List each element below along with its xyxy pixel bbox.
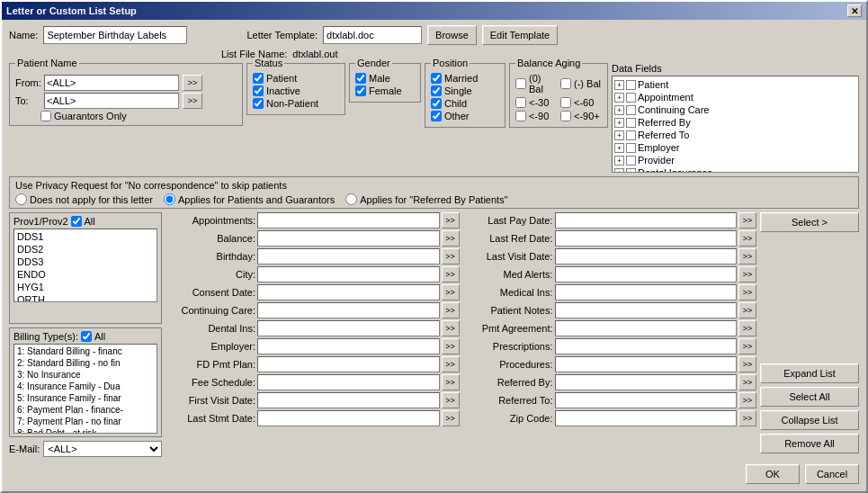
field-city-input[interactable] xyxy=(257,266,440,282)
chk-provider-icon[interactable] xyxy=(626,156,636,166)
prov-item-dds1[interactable]: DDS1 xyxy=(15,230,156,243)
billing-item-4[interactable]: 4: Insurance Family - Dua xyxy=(15,381,156,392)
field-fd-pmt-input[interactable] xyxy=(257,356,440,372)
field-fee-schedule-arrow[interactable]: >> xyxy=(442,374,460,390)
field-referred-by-input[interactable] xyxy=(555,374,738,390)
expand-referred-by-icon[interactable]: + xyxy=(614,118,624,128)
expand-employer-icon[interactable]: + xyxy=(614,143,624,153)
field-referred-by-arrow[interactable]: >> xyxy=(738,374,756,390)
close-button[interactable]: ✕ xyxy=(847,4,862,17)
field-balance-input[interactable] xyxy=(257,230,440,246)
tree-continuing-care[interactable]: +Continuing Care xyxy=(614,103,856,116)
billing-item-5[interactable]: 5: Insurance Family - finar xyxy=(15,392,156,404)
billing-all-checkbox[interactable] xyxy=(81,331,92,342)
balance-60-checkbox[interactable] xyxy=(560,97,571,108)
status-nonpatient-checkbox[interactable] xyxy=(253,98,264,109)
gender-male-checkbox[interactable] xyxy=(355,73,366,84)
field-first-visit-input[interactable] xyxy=(257,392,440,408)
field-appointments-input[interactable] xyxy=(257,212,440,229)
guarantors-checkbox[interactable] xyxy=(40,111,51,121)
privacy-option1-radio[interactable] xyxy=(15,193,27,205)
billing-item-8[interactable]: 8: Bad Debt - at risk xyxy=(15,427,156,434)
balance-neg-checkbox[interactable] xyxy=(560,78,571,89)
balance-90-checkbox[interactable] xyxy=(515,111,526,121)
position-single-checkbox[interactable] xyxy=(431,85,442,96)
chk-employer-icon[interactable] xyxy=(626,143,636,153)
field-fee-schedule-input[interactable] xyxy=(257,374,440,390)
expand-dental-ins-icon[interactable]: + xyxy=(614,168,624,174)
prov-item-dds2[interactable]: DDS2 xyxy=(15,243,156,255)
field-med-alerts-arrow[interactable]: >> xyxy=(738,266,756,282)
billing-item-7[interactable]: 7: Payment Plan - no finar xyxy=(15,416,156,427)
tree-referred-by[interactable]: +Referred By xyxy=(614,116,856,129)
billing-item-6[interactable]: 6: Payment Plan - finance- xyxy=(15,404,156,416)
chk-dental-ins-icon[interactable] xyxy=(626,168,636,174)
field-pmt-agreement-arrow[interactable]: >> xyxy=(738,320,756,336)
to-input[interactable] xyxy=(44,93,179,109)
cancel-button[interactable]: Cancel xyxy=(805,464,859,484)
field-employer-input[interactable] xyxy=(257,338,440,354)
prov-item-orth[interactable]: ORTH xyxy=(15,293,156,302)
status-patient-checkbox[interactable] xyxy=(253,73,264,84)
prov-item-hyg1[interactable]: HYG1 xyxy=(15,281,156,293)
field-appointments-arrow[interactable]: >> xyxy=(442,212,460,229)
field-zip-code-arrow[interactable]: >> xyxy=(738,410,756,426)
field-birthday-input[interactable] xyxy=(257,248,440,264)
field-last-visit-input[interactable] xyxy=(555,248,738,264)
browse-button[interactable]: Browse xyxy=(427,25,477,45)
field-birthday-arrow[interactable]: >> xyxy=(442,248,460,264)
field-balance-arrow[interactable]: >> xyxy=(442,230,460,246)
balance-0-checkbox[interactable] xyxy=(515,78,526,89)
letter-template-input[interactable] xyxy=(323,26,422,44)
tree-dental-ins[interactable]: +Dental Insurance xyxy=(614,166,856,173)
field-med-alerts-input[interactable] xyxy=(555,266,738,282)
to-arrow-button[interactable]: >> xyxy=(183,93,202,109)
tree-referred-to[interactable]: +Referred To xyxy=(614,129,856,141)
balance-30-checkbox[interactable] xyxy=(515,97,526,108)
field-continuing-care-input[interactable] xyxy=(257,302,440,318)
field-first-visit-arrow[interactable]: >> xyxy=(442,392,460,408)
field-last-pay-arrow[interactable]: >> xyxy=(738,212,756,229)
expand-referred-to-icon[interactable]: + xyxy=(614,130,624,140)
field-last-stmt-input[interactable] xyxy=(257,410,440,426)
privacy-option3-radio[interactable] xyxy=(345,193,357,205)
tree-appointment[interactable]: +Appointment xyxy=(614,91,856,103)
position-other-checkbox[interactable] xyxy=(431,111,442,121)
data-fields-tree[interactable]: +Patient +Appointment +Continuing Care +… xyxy=(612,76,859,173)
field-last-ref-arrow[interactable]: >> xyxy=(738,230,756,246)
field-medical-ins-arrow[interactable]: >> xyxy=(738,284,756,300)
billing-list[interactable]: 1: Standard Billing - financ 2: Standard… xyxy=(13,344,157,434)
prov-item-endo[interactable]: ENDO xyxy=(15,268,156,281)
position-child-checkbox[interactable] xyxy=(431,98,442,109)
name-input[interactable] xyxy=(43,26,187,44)
balance-90plus-checkbox[interactable] xyxy=(560,111,571,121)
billing-item-2[interactable]: 2: Standard Billing - no fin xyxy=(15,357,156,369)
tree-provider[interactable]: +Provider xyxy=(614,154,856,166)
prov-item-dds3[interactable]: DDS3 xyxy=(15,255,156,268)
field-medical-ins-input[interactable] xyxy=(555,284,738,300)
select-all-button[interactable]: Select All xyxy=(760,387,859,407)
field-prescriptions-arrow[interactable]: >> xyxy=(738,338,756,354)
expand-appointment-icon[interactable]: + xyxy=(614,93,624,103)
prov-all-checkbox[interactable] xyxy=(71,216,82,227)
chk-continuing-care-icon[interactable] xyxy=(626,105,636,115)
field-pmt-agreement-input[interactable] xyxy=(555,320,738,336)
prov-list[interactable]: DDS1 DDS2 DDS3 ENDO HYG1 ORTH PEDO PERI xyxy=(13,229,157,302)
status-inactive-checkbox[interactable] xyxy=(253,85,264,96)
tree-employer[interactable]: +Employer xyxy=(614,141,856,154)
edit-template-button[interactable]: Edit Template xyxy=(482,25,558,45)
chk-referred-to-icon[interactable] xyxy=(626,130,636,140)
ok-button[interactable]: OK xyxy=(746,464,800,484)
chk-appointment-icon[interactable] xyxy=(626,93,636,103)
expand-list-button[interactable]: Expand List xyxy=(760,363,859,383)
billing-item-1[interactable]: 1: Standard Billing - financ xyxy=(15,345,156,357)
field-last-pay-input[interactable] xyxy=(555,212,738,229)
field-procedures-arrow[interactable]: >> xyxy=(738,356,756,372)
privacy-option2-radio[interactable] xyxy=(164,193,175,205)
select-button[interactable]: Select > xyxy=(760,212,859,232)
remove-all-button[interactable]: Remove All xyxy=(760,434,859,453)
field-city-arrow[interactable]: >> xyxy=(442,266,460,282)
collapse-list-button[interactable]: Collapse List xyxy=(760,410,859,430)
field-continuing-care-arrow[interactable]: >> xyxy=(442,302,460,318)
field-last-stmt-arrow[interactable]: >> xyxy=(442,410,460,426)
